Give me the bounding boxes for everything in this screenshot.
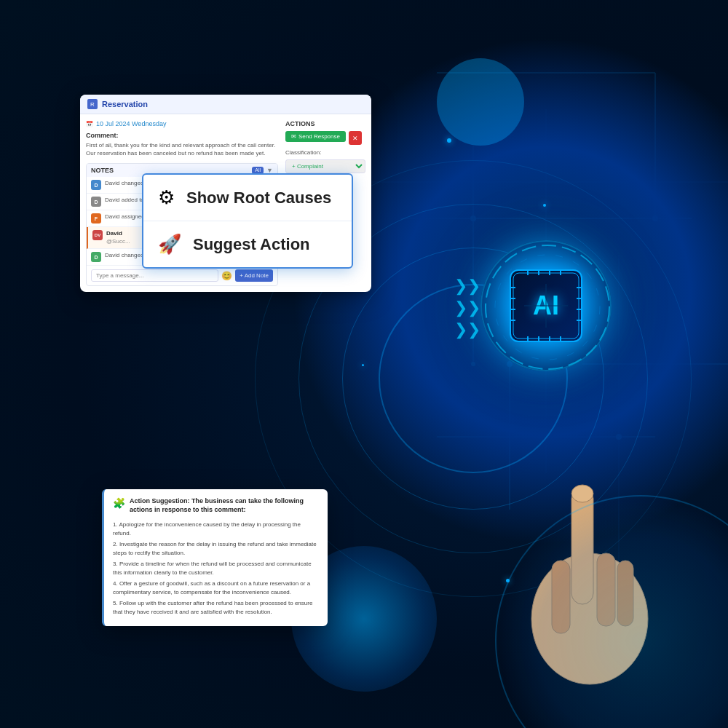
svg-point-42 xyxy=(571,485,593,502)
comment-text: First of all, thank you for the kind and… xyxy=(86,141,278,157)
suggestion-body: 1. Apologize for the inconvenience cause… xyxy=(113,521,319,617)
chip-pins xyxy=(510,269,582,342)
suggestion-step-2: 2. Investigate the reason for the delay … xyxy=(113,540,319,558)
glow-dot-2 xyxy=(543,204,546,207)
header-icon: R xyxy=(87,99,98,109)
comment-label: Comment: xyxy=(86,132,278,139)
add-note-label: + Add Note xyxy=(240,272,269,279)
arrow-row: ❯❯ ❯❯ ❯❯ xyxy=(454,277,480,339)
note-avatar-5: D xyxy=(91,252,101,262)
suggestion-title: Action Suggestion: The business can take… xyxy=(130,496,319,515)
actions-label: ACTIONS xyxy=(285,120,365,127)
send-response-label: Send Response xyxy=(298,133,340,140)
suggestion-step-1: 1. Apologize for the inconvenience cause… xyxy=(113,521,319,538)
root-causes-icon: ⚙ xyxy=(158,186,175,209)
delete-button[interactable]: ✕ xyxy=(349,131,362,145)
note-avatar-4: DV xyxy=(92,230,103,240)
emoji-button[interactable]: 😊 xyxy=(221,269,232,282)
action-button-row: ✉ Send Response ✕ xyxy=(285,131,365,145)
bg-glow-circle-3 xyxy=(437,58,524,146)
crm-card-header: R Reservation xyxy=(80,95,371,114)
suggestion-header: 🧩 Action Suggestion: The business can ta… xyxy=(113,496,319,515)
add-note-button[interactable]: + Add Note xyxy=(235,269,273,282)
ai-chip: AI xyxy=(480,240,612,371)
classification-select[interactable]: + Complaint xyxy=(285,159,365,173)
chevron-2: ❯❯ xyxy=(454,298,480,317)
suggest-action-label: Suggest Action xyxy=(193,235,310,254)
message-input[interactable] xyxy=(91,269,218,282)
suggestion-card: 🧩 Action Suggestion: The business can ta… xyxy=(102,489,328,626)
glow-dot-1 xyxy=(447,138,451,143)
show-root-causes-item[interactable]: ⚙ Show Root Causes xyxy=(143,175,352,221)
ai-chip-inner: AI xyxy=(510,269,582,342)
ai-popup: ⚙ Show Root Causes 🚀 Suggest Action xyxy=(142,173,353,269)
suggestion-step-3: 3. Provide a timeline for when the refun… xyxy=(113,560,319,577)
chevron-1: ❯❯ xyxy=(454,277,480,296)
arrows-area: ❯❯ ❯❯ ❯❯ xyxy=(454,277,480,339)
note-avatar-1: D xyxy=(91,180,101,190)
suggest-action-icon: 🚀 xyxy=(158,233,181,256)
suggestion-step-5: 5. Follow up with the customer after the… xyxy=(113,599,319,617)
suggestion-icon: 🧩 xyxy=(113,497,125,509)
send-response-button[interactable]: ✉ Send Response xyxy=(285,131,346,142)
classification-label: Classification: xyxy=(285,149,365,156)
calendar-icon: 📅 xyxy=(86,121,93,127)
note-avatar-3: F xyxy=(91,213,101,223)
root-causes-label: Show Root Causes xyxy=(186,189,331,207)
date-display: 📅 10 Jul 2024 Wednesday xyxy=(86,120,278,127)
send-icon: ✉ xyxy=(291,133,296,140)
glow-dot-4 xyxy=(362,364,364,366)
suggestion-step-4: 4. Offer a gesture of goodwill, such as … xyxy=(113,579,319,597)
message-input-row: 😊 + Add Note xyxy=(87,266,277,285)
suggest-action-item[interactable]: 🚀 Suggest Action xyxy=(143,221,352,267)
crm-title: Reservation xyxy=(102,100,148,108)
chevron-3: ❯❯ xyxy=(454,320,480,339)
note-avatar-2: D xyxy=(91,197,101,207)
